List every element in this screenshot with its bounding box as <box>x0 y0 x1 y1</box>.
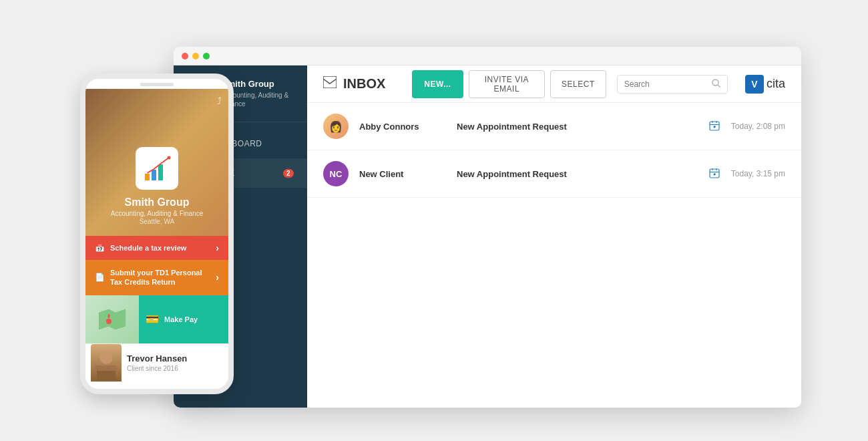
avatar: NC <box>323 161 349 186</box>
phone-mockup: Smith Group Accounting, Auditing & Finan… <box>80 74 234 394</box>
phone-cta-submit[interactable]: 📄 Submit your TD1 Personal Tax Credits R… <box>85 260 228 295</box>
inbox-mail-icon <box>323 76 337 92</box>
svg-point-29 <box>106 319 112 324</box>
main-header: INBOX NEW... INVITE VIA EMAIL SELECT <box>307 65 801 103</box>
desktop-window: Smith Group Accounting, Auditing & Finan… <box>174 47 801 408</box>
search-input[interactable] <box>624 80 708 89</box>
svg-rect-32 <box>95 365 117 371</box>
inbox-list: 👩 Abby Connors New Appointment Request <box>307 103 801 408</box>
inbox-meta: Today, 3:15 pm <box>709 168 785 180</box>
window-body: Smith Group Accounting, Auditing & Finan… <box>174 65 801 408</box>
calendar-icon <box>709 168 720 180</box>
phone-logo <box>136 147 178 190</box>
svg-line-12 <box>718 85 720 88</box>
inbox-meta: Today, 2:08 pm <box>709 120 785 133</box>
vcita-icon: V <box>745 75 764 94</box>
header-actions: NEW... INVITE VIA EMAIL SELECT <box>412 70 606 98</box>
inbox-sender: Abby Connors <box>359 122 446 132</box>
select-button[interactable]: SELECT <box>550 70 606 98</box>
trevor-photo <box>91 344 122 382</box>
avatar-initials: NC <box>330 169 343 179</box>
inbox-badge: 2 <box>283 169 294 178</box>
inbox-time: Today, 2:08 pm <box>725 122 785 131</box>
svg-rect-27 <box>158 164 163 180</box>
svg-rect-10 <box>323 76 337 88</box>
inbox-sender: New Client <box>359 169 446 179</box>
cta2-icon: 📄 <box>95 273 105 282</box>
close-button[interactable] <box>182 53 188 59</box>
cta3-label: Make Pay <box>164 315 198 323</box>
cta1-arrow-icon: › <box>216 243 219 253</box>
calendar-icon <box>709 120 720 133</box>
external-link-icon[interactable]: ⤴ <box>217 96 222 106</box>
search-bar <box>617 75 728 94</box>
invite-via-email-button[interactable]: INVITE VIA EMAIL <box>469 70 545 98</box>
svg-point-30 <box>99 351 113 364</box>
trevor-section: Trevor Hansen Client since 2016 <box>85 343 228 382</box>
cta3-icon: 💳 <box>146 313 159 325</box>
trevor-name: Trevor Hansen <box>127 353 187 363</box>
search-icon <box>712 79 720 90</box>
phone-cta-schedule[interactable]: 📅 Schedule a tax review › <box>85 236 228 260</box>
inbox-heading: INBOX <box>343 76 385 92</box>
cta2-label: Submit your TD1 Personal Tax Credits Ret… <box>110 268 216 287</box>
phone-cta-pay[interactable]: 💳 Make Pay <box>139 295 228 343</box>
inbox-subject: New Appointment Request <box>457 169 698 179</box>
trevor-info: Trevor Hansen Client since 2016 <box>127 353 187 372</box>
svg-rect-26 <box>152 170 156 180</box>
svg-rect-25 <box>145 174 150 180</box>
map-area <box>85 295 139 343</box>
phone-screen: Smith Group Accounting, Auditing & Finan… <box>85 89 228 386</box>
window-titlebar <box>174 47 801 65</box>
vcita-logo: V cita <box>745 75 785 94</box>
phone-hero: Smith Group Accounting, Auditing & Finan… <box>85 89 228 236</box>
svg-point-28 <box>168 156 171 160</box>
svg-point-11 <box>712 80 718 86</box>
vcita-text: cita <box>767 77 785 91</box>
table-row[interactable]: 👩 Abby Connors New Appointment Request <box>307 103 801 150</box>
maximize-button[interactable] <box>203 53 210 59</box>
phone-company-subtitle: Accounting, Auditing & Finance <box>111 210 203 217</box>
phone-company-city: Seattle, WA <box>140 218 174 225</box>
vcita-v-letter: V <box>751 79 757 90</box>
table-row[interactable]: NC New Client New Appointment Request <box>307 150 801 198</box>
trevor-since: Client since 2016 <box>127 365 187 372</box>
inbox-title: INBOX <box>323 76 385 92</box>
phone-speaker <box>140 83 174 86</box>
inbox-subject: New Appointment Request <box>457 122 698 132</box>
main-content: INBOX NEW... INVITE VIA EMAIL SELECT <box>307 65 801 408</box>
cta1-label: Schedule a tax review <box>110 244 216 252</box>
cta2-arrow-icon: › <box>216 272 219 283</box>
inbox-time: Today, 3:15 pm <box>725 169 785 178</box>
cta1-icon: 📅 <box>95 243 105 253</box>
phone-bottom: 💳 Make Pay <box>85 295 228 343</box>
phone-company-name: Smith Group <box>125 196 190 208</box>
avatar: 👩 <box>323 114 349 139</box>
new-button[interactable]: NEW... <box>412 70 463 98</box>
minimize-button[interactable] <box>192 53 199 59</box>
